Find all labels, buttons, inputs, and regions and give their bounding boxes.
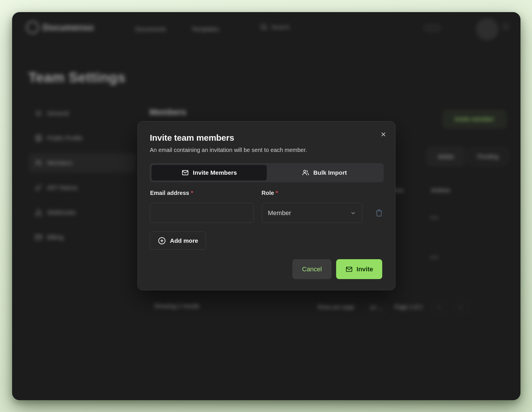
role-select-value: Member: [268, 209, 291, 217]
invite-team-members-dialog: Invite team members An email containing …: [137, 121, 395, 290]
add-more-label: Add more: [170, 237, 198, 244]
tab-label: Invite Members: [193, 169, 237, 176]
tab-label: Bulk Import: [313, 169, 347, 176]
dialog-title: Invite team members: [150, 133, 383, 143]
required-marker: *: [191, 190, 193, 196]
close-button[interactable]: [379, 130, 388, 139]
users-icon: [302, 169, 309, 176]
required-marker: *: [276, 190, 278, 196]
tab-invite-members[interactable]: Invite Members: [152, 165, 267, 180]
dialog-subtitle: An email containing an invitation will b…: [150, 147, 383, 153]
role-select[interactable]: Member: [262, 203, 362, 223]
close-icon: [380, 131, 387, 138]
email-address-label: Email address*: [150, 190, 193, 196]
chevron-down-icon: [350, 210, 356, 216]
invite-row: Member: [150, 203, 383, 223]
mail-icon: [345, 266, 353, 273]
dialog-actions: Cancel Invite: [138, 259, 395, 279]
invite-mode-tabs: Invite Members Bulk Import: [150, 163, 384, 182]
cancel-button[interactable]: Cancel: [292, 259, 332, 279]
app-window: Documenso Documents Templates Search Tea…: [12, 12, 520, 400]
email-field[interactable]: [150, 203, 254, 223]
trash-icon: [374, 208, 384, 218]
invite-button[interactable]: Invite: [336, 259, 382, 279]
role-label: Role*: [262, 190, 278, 196]
tab-bulk-import[interactable]: Bulk Import: [267, 165, 382, 180]
remove-row-button[interactable]: [374, 208, 384, 218]
plus-circle-icon: [158, 236, 166, 245]
field-labels-row: Email address* Role*: [150, 190, 383, 197]
mail-icon: [181, 169, 189, 176]
add-more-button[interactable]: Add more: [150, 232, 206, 250]
invite-button-label: Invite: [357, 266, 373, 273]
